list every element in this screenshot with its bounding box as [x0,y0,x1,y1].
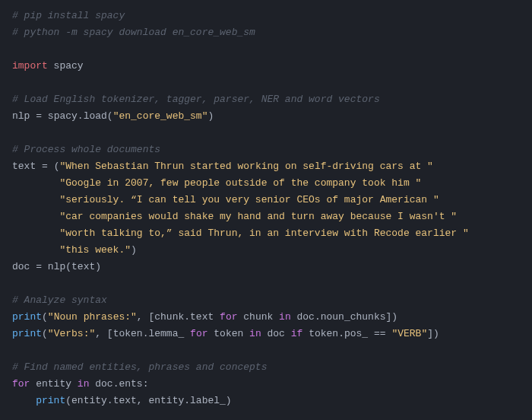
operator: = [42,161,48,172]
code-line: # Load English tokenizer, tagger, parser… [12,91,520,108]
code-line: "worth talking to,” said Thrun, in an in… [12,225,520,242]
keyword-if: if [291,328,303,339]
string: "en_core_web_sm" [113,110,208,122]
string: "Noun phrases:" [48,311,137,323]
code: doc.ents: [89,378,148,390]
code: token.pos_ [302,328,374,339]
string: "VERB" [391,328,427,339]
code-line: print(entity.text, entity.label_) [12,393,520,409]
variable: doc [12,261,36,272]
blank-line [12,342,520,359]
variable: text [12,161,42,172]
call: spacy.load( [42,110,113,122]
operator: = [36,261,42,272]
code-line: print("Verbs:", [token.lemma_ for token … [12,326,520,342]
string: "When Sebastian Thrun started working on… [59,161,432,172]
blank-line [12,41,520,58]
keyword-in: in [279,311,291,323]
code-line: # pip install spacy [12,8,520,24]
paren: ( [48,161,60,172]
paren: ( [42,311,48,323]
code: , [token.lemma_ [95,328,190,339]
code: doc [261,328,291,339]
builtin-print: print [12,311,42,323]
paren: ]) [427,328,439,339]
call: nlp(text) [42,261,101,272]
code-line: "car companies would shake my hand and t… [12,208,520,225]
keyword-import: import [12,60,48,72]
operator: == [374,328,386,339]
keyword-in: in [78,378,90,390]
builtin-print: print [36,395,65,406]
code-line: text = ("When Sebastian Thrun started wo… [12,158,520,175]
module-name: spacy [48,60,84,72]
code-line: # Find named entities, phrases and conce… [12,359,520,376]
comment: # Analyze syntax [12,294,107,306]
code-line: "this week.") [12,242,520,259]
keyword-in: in [249,328,261,339]
comment: # Find named entities, phrases and conce… [12,361,267,373]
code-line: # python -m spacy download en_core_web_s… [12,24,520,41]
code: doc.noun_chunks]) [291,311,397,323]
paren: ( [42,328,48,339]
code: , [chunk.text [137,311,220,323]
code: chunk [237,311,279,323]
operator: = [36,110,42,122]
string: "seriously. “I can tell you very senior … [12,194,439,205]
string: "Google in 2007, few people outside of t… [12,177,421,189]
code: token [207,328,249,339]
code-line: for entity in doc.ents: [12,376,520,393]
paren: ) [207,110,214,122]
code-line: # Analyze syntax [12,292,520,309]
blank-line [12,75,520,91]
builtin-print: print [12,328,42,339]
comment: # pip install spacy [12,10,125,21]
code: (entity.text, entity.label_) [65,395,231,406]
code: entity [30,378,77,390]
comment: # Process whole documents [12,144,160,155]
string: "Verbs:" [48,328,95,339]
code-line: # Process whole documents [12,142,520,158]
comment: # Load English tokenizer, tagger, parser… [12,94,380,105]
variable: nlp [12,110,36,122]
code-line: "seriously. “I can tell you very senior … [12,192,520,208]
comment: # python -m spacy download en_core_web_s… [12,27,255,38]
code-line: import spacy [12,58,520,75]
string: "this week." [12,244,131,256]
keyword-for: for [12,378,30,390]
blank-line [12,275,520,292]
code-line: "Google in 2007, few people outside of t… [12,175,520,192]
keyword-for: for [220,311,237,323]
paren: ) [131,244,137,256]
blank-line [12,125,520,142]
keyword-for: for [190,328,207,339]
indent [12,395,36,406]
code-line: print("Noun phrases:", [chunk.text for c… [12,309,520,326]
code-block: # pip install spacy # python -m spacy do… [12,8,520,409]
string: "worth talking to,” said Thrun, in an in… [12,228,469,239]
code-line: doc = nlp(text) [12,259,520,275]
string: "car companies would shake my hand and t… [12,211,457,222]
code-line: nlp = spacy.load("en_core_web_sm") [12,108,520,125]
